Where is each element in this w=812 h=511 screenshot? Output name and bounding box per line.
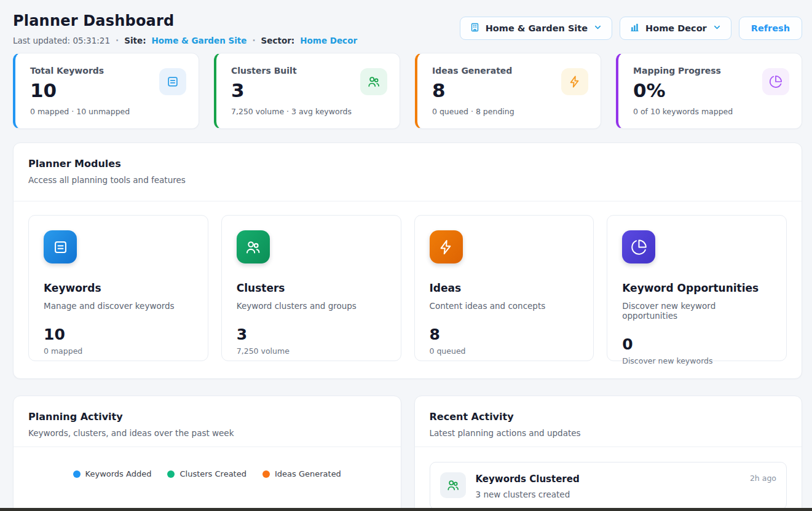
stat-subtext: 0 of 10 keywords mapped xyxy=(633,107,733,116)
last-updated-text: Last updated: 05:31:21 xyxy=(13,36,110,45)
modules-grid: Keywords Manage and discover keywords 10… xyxy=(14,201,802,378)
pie-chart-icon xyxy=(622,230,655,263)
stat-value: 3 xyxy=(231,80,352,101)
legend-dot-green xyxy=(167,470,175,478)
stat-subtext: 0 queued · 8 pending xyxy=(432,107,514,116)
stat-subtext: 0 mapped · 10 unmapped xyxy=(30,107,130,116)
module-title: Keywords xyxy=(44,282,193,294)
viewport-bottom-edge xyxy=(0,508,812,511)
users-icon xyxy=(360,68,387,95)
stat-value: 0% xyxy=(633,80,733,101)
activity-timestamp: 2h ago xyxy=(750,474,776,499)
chevron-down-icon xyxy=(593,23,602,34)
sector-selector-dropdown[interactable]: Home Decor xyxy=(620,17,731,40)
site-label: Site: xyxy=(124,36,146,45)
modules-section-subtitle: Access all planning tools and features xyxy=(28,175,787,185)
module-value: 0 xyxy=(622,337,771,352)
module-description: Keyword clusters and groups xyxy=(237,301,386,311)
bottom-row: Planning Activity Keywords, clusters, an… xyxy=(13,396,802,511)
activity-list: Keywords Clustered 3 new clusters create… xyxy=(415,447,802,511)
modules-section-title: Planner Modules xyxy=(28,158,787,170)
legend-label: Clusters Created xyxy=(179,469,246,478)
legend-label: Ideas Generated xyxy=(275,469,341,478)
site-link[interactable]: Home & Garden Site xyxy=(152,36,247,45)
module-value: 8 xyxy=(430,327,579,342)
module-title: Clusters xyxy=(237,282,386,294)
topbar: Planner Dashboard Last updated: 05:31:21… xyxy=(13,12,802,45)
activity-title: Keywords Clustered xyxy=(476,474,740,485)
planner-modules-panel: Planner Modules Access all planning tool… xyxy=(13,142,802,379)
module-card-ideas[interactable]: Ideas Content ideas and concepts 8 0 que… xyxy=(414,215,594,361)
recent-activity-title: Recent Activity xyxy=(430,411,787,423)
module-description: Discover new keyword opportunities xyxy=(622,301,771,321)
module-subtext: 0 mapped xyxy=(44,346,193,356)
legend-dot-orange xyxy=(262,470,270,478)
chart-title: Planning Activity xyxy=(28,411,386,423)
legend-item-ideas-generated[interactable]: Ideas Generated xyxy=(262,469,341,478)
site-selector-dropdown[interactable]: Home & Garden Site xyxy=(460,17,612,40)
planning-activity-panel: Planning Activity Keywords, clusters, an… xyxy=(13,396,401,511)
stat-value: 10 xyxy=(30,80,130,101)
bolt-icon xyxy=(561,68,588,95)
module-title: Ideas xyxy=(430,282,579,294)
module-subtext: 0 queued xyxy=(430,346,579,356)
stat-subtext: 7,250 volume · 3 avg keywords xyxy=(231,107,352,116)
chart-legend: Keywords Added Clusters Created Ideas Ge… xyxy=(14,469,401,478)
sector-link[interactable]: Home Decor xyxy=(300,36,357,45)
file-lines-icon xyxy=(159,68,186,95)
stat-label: Clusters Built xyxy=(231,66,352,76)
module-card-keyword-opportunities[interactable]: Keyword Opportunities Discover new keywo… xyxy=(607,215,787,361)
meta-separator: · xyxy=(116,36,119,45)
chevron-down-icon xyxy=(712,23,722,34)
pie-chart-icon xyxy=(762,68,789,95)
stat-card-total-keywords: Total Keywords 10 0 mapped · 10 unmapped xyxy=(13,53,199,129)
legend-label: Keywords Added xyxy=(85,469,152,478)
module-card-keywords[interactable]: Keywords Manage and discover keywords 10… xyxy=(28,215,208,361)
page-meta: Last updated: 05:31:21 · Site: Home & Ga… xyxy=(13,36,357,45)
file-lines-icon xyxy=(44,230,77,263)
stat-card-clusters-built: Clusters Built 3 7,250 volume · 3 avg ke… xyxy=(214,53,400,129)
header-left: Planner Dashboard Last updated: 05:31:21… xyxy=(13,12,357,45)
stat-label: Ideas Generated xyxy=(432,66,514,76)
page-title: Planner Dashboard xyxy=(13,12,357,29)
module-description: Content ideas and concepts xyxy=(430,301,579,311)
legend-item-keywords-added[interactable]: Keywords Added xyxy=(73,469,152,478)
users-icon xyxy=(440,472,466,498)
activity-item-keywords-clustered: Keywords Clustered 3 new clusters create… xyxy=(430,462,787,510)
planner-dashboard-page: Planner Dashboard Last updated: 05:31:21… xyxy=(0,0,812,511)
stat-card-ideas-generated: Ideas Generated 8 0 queued · 8 pending xyxy=(415,53,601,129)
building-icon xyxy=(470,22,480,34)
legend-dot-blue xyxy=(73,470,81,478)
activity-chart: Keywords Added Clusters Created Ideas Ge… xyxy=(14,447,401,511)
legend-item-clusters-created[interactable]: Clusters Created xyxy=(167,469,246,478)
refresh-button[interactable]: Refresh xyxy=(739,17,802,40)
recent-activity-panel: Recent Activity Latest planning actions … xyxy=(414,396,803,511)
stat-label: Total Keywords xyxy=(30,66,130,76)
module-card-clusters[interactable]: Clusters Keyword clusters and groups 3 7… xyxy=(221,215,401,361)
module-subtext: 7,250 volume xyxy=(237,346,386,356)
stat-value: 8 xyxy=(432,80,514,101)
header-actions: Home & Garden Site Home Decor Refresh xyxy=(460,17,802,40)
chart-subtitle: Keywords, clusters, and ideas over the p… xyxy=(28,428,386,438)
stat-label: Mapping Progress xyxy=(633,66,733,76)
stats-row: Total Keywords 10 0 mapped · 10 unmapped… xyxy=(13,53,802,129)
bar-chart-icon xyxy=(629,22,640,34)
module-value: 10 xyxy=(44,327,193,342)
activity-description: 3 new clusters created xyxy=(476,490,740,499)
meta-separator: · xyxy=(252,36,255,45)
sector-selector-label: Home Decor xyxy=(645,23,707,33)
bolt-icon xyxy=(430,230,463,263)
module-title: Keyword Opportunities xyxy=(622,282,771,294)
users-icon xyxy=(237,230,270,263)
stat-card-mapping-progress: Mapping Progress 0% 0 of 10 keywords map… xyxy=(616,53,802,129)
recent-activity-subtitle: Latest planning actions and updates xyxy=(430,428,787,438)
site-selector-label: Home & Garden Site xyxy=(486,23,588,33)
module-description: Manage and discover keywords xyxy=(44,301,193,311)
sector-label: Sector: xyxy=(261,36,295,45)
module-subtext: Discover new keywords xyxy=(622,356,771,365)
module-value: 3 xyxy=(237,327,386,342)
